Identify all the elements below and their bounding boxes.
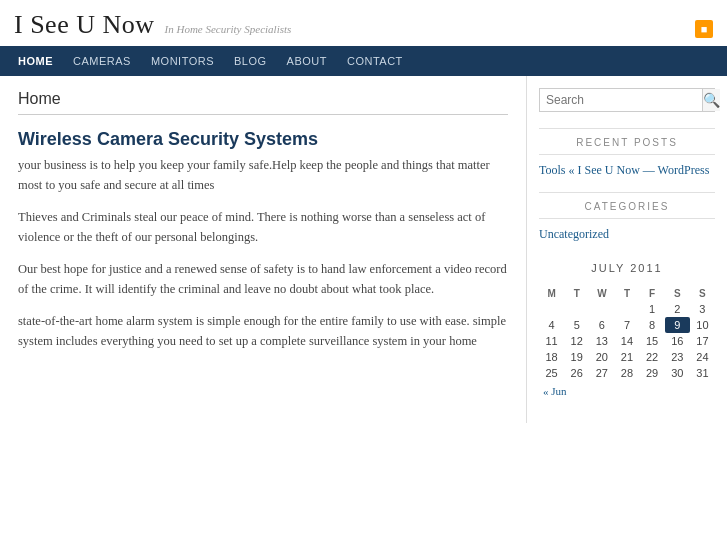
cal-day-8: 8 xyxy=(640,317,665,333)
cal-day-16: 16 xyxy=(665,333,690,349)
cal-th-w: W xyxy=(589,286,614,301)
nav-cameras[interactable]: CAMERAS xyxy=(63,46,141,76)
site-title: I See U Now xyxy=(14,10,155,40)
cal-empty-2 xyxy=(564,301,589,317)
search-box: 🔍 xyxy=(539,88,715,112)
calendar-prev-link[interactable]: « Jun xyxy=(543,385,567,397)
cal-day-18: 18 xyxy=(539,349,564,365)
site-header: I See U Now In Home Security Specialists… xyxy=(0,0,727,46)
sidebar: 🔍 RECENT POSTS Tools « I See U Now — Wor… xyxy=(527,76,727,423)
search-input[interactable] xyxy=(540,89,702,111)
search-button[interactable]: 🔍 xyxy=(702,89,720,111)
cal-day-5: 5 xyxy=(564,317,589,333)
calendar-table: M T W T F S S xyxy=(539,286,715,381)
cal-day-29: 29 xyxy=(640,365,665,381)
calendar-nav: « Jun xyxy=(539,381,715,397)
cal-empty-4 xyxy=(614,301,639,317)
cal-day-30: 30 xyxy=(665,365,690,381)
cal-day-19: 19 xyxy=(564,349,589,365)
cal-day-12: 12 xyxy=(564,333,589,349)
cal-th-t2: T xyxy=(614,286,639,301)
cal-day-24: 24 xyxy=(690,349,715,365)
cal-day-1: 1 xyxy=(640,301,665,317)
nav-blog[interactable]: BLOG xyxy=(224,46,277,76)
post-paragraph-3: Our best hope for justice and a renewed … xyxy=(18,259,508,299)
cal-day-13: 13 xyxy=(589,333,614,349)
calendar-header-row: M T W T F S S xyxy=(539,286,715,301)
calendar-section: JULY 2011 M T W T F S S xyxy=(539,256,715,397)
cal-th-s2: S xyxy=(690,286,715,301)
main-nav: HOME CAMERAS MONITORS BLOG ABOUT CONTACT xyxy=(0,46,727,76)
cal-empty-1 xyxy=(539,301,564,317)
categories-title: CATEGORIES xyxy=(539,192,715,219)
post-paragraph-1: your business is to help you keep your f… xyxy=(18,155,508,195)
calendar-row-4: 18 19 20 21 22 23 24 xyxy=(539,349,715,365)
cal-th-m: M xyxy=(539,286,564,301)
cal-day-3: 3 xyxy=(690,301,715,317)
recent-posts-title: RECENT POSTS xyxy=(539,128,715,155)
cal-day-23: 23 xyxy=(665,349,690,365)
page-heading: Home xyxy=(18,90,508,115)
cal-day-20: 20 xyxy=(589,349,614,365)
calendar-row-2: 4 5 6 7 8 9 10 xyxy=(539,317,715,333)
categories-section: CATEGORIES Uncategorized xyxy=(539,192,715,242)
nav-monitors[interactable]: MONITORS xyxy=(141,46,224,76)
category-1[interactable]: Uncategorized xyxy=(539,227,715,242)
recent-post-1[interactable]: Tools « I See U Now — WordPress xyxy=(539,163,715,178)
recent-posts-section: RECENT POSTS Tools « I See U Now — WordP… xyxy=(539,128,715,178)
nav-contact[interactable]: CONTACT xyxy=(337,46,413,76)
post-paragraph-4: state-of-the-art home alarm system is si… xyxy=(18,311,508,351)
cal-day-27: 27 xyxy=(589,365,614,381)
cal-th-t1: T xyxy=(564,286,589,301)
cal-day-31: 31 xyxy=(690,365,715,381)
cal-empty-3 xyxy=(589,301,614,317)
page-wrapper: I See U Now In Home Security Specialists… xyxy=(0,0,727,545)
cal-th-f: F xyxy=(640,286,665,301)
calendar-row-1: 1 2 3 xyxy=(539,301,715,317)
cal-day-4: 4 xyxy=(539,317,564,333)
cal-day-10: 10 xyxy=(690,317,715,333)
calendar-title: JULY 2011 xyxy=(539,256,715,278)
nav-about[interactable]: ABOUT xyxy=(277,46,337,76)
cal-day-25: 25 xyxy=(539,365,564,381)
content-area: Home Wireless Camera Security Systems yo… xyxy=(0,76,727,423)
header-top: I See U Now In Home Security Specialists xyxy=(14,10,291,40)
cal-day-17: 17 xyxy=(690,333,715,349)
cal-day-9-today: 9 xyxy=(665,317,690,333)
post-title: Wireless Camera Security Systems xyxy=(18,129,508,150)
cal-day-6: 6 xyxy=(589,317,614,333)
cal-day-2: 2 xyxy=(665,301,690,317)
main-content: Home Wireless Camera Security Systems yo… xyxy=(0,76,527,423)
cal-day-7: 7 xyxy=(614,317,639,333)
cal-day-21: 21 xyxy=(614,349,639,365)
cal-day-26: 26 xyxy=(564,365,589,381)
cal-day-22: 22 xyxy=(640,349,665,365)
cal-day-15: 15 xyxy=(640,333,665,349)
cal-day-11: 11 xyxy=(539,333,564,349)
rss-icon[interactable]: ■ xyxy=(695,20,713,38)
cal-th-s1: S xyxy=(665,286,690,301)
site-tagline: In Home Security Specialists xyxy=(165,23,292,35)
calendar-row-3: 11 12 13 14 15 16 17 xyxy=(539,333,715,349)
calendar-row-5: 25 26 27 28 29 30 31 xyxy=(539,365,715,381)
cal-day-28: 28 xyxy=(614,365,639,381)
cal-day-14: 14 xyxy=(614,333,639,349)
post-paragraph-2: Thieves and Criminals steal our peace of… xyxy=(18,207,508,247)
nav-home[interactable]: HOME xyxy=(8,46,63,76)
